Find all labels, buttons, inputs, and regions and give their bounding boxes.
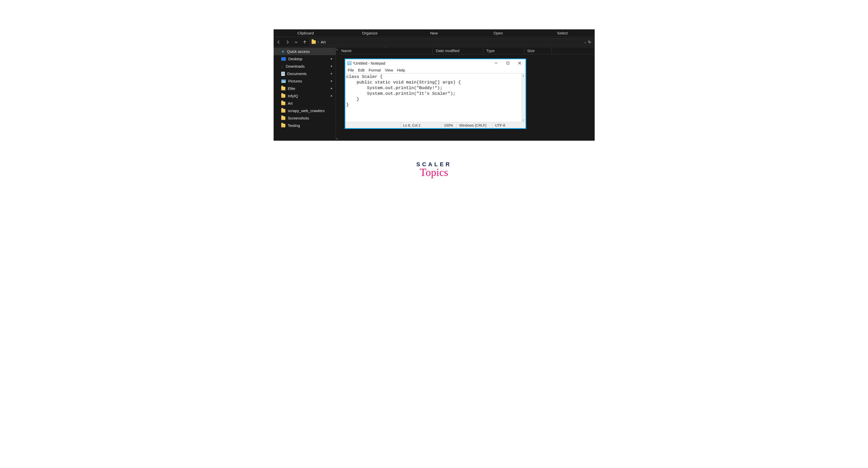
sidebar-label: Pictures xyxy=(288,79,302,83)
sidebar-item-art[interactable]: Art xyxy=(274,99,336,107)
caret-up-icon: ▴ xyxy=(523,74,524,77)
status-position: Ln 6, Col 2 xyxy=(400,122,441,128)
pin-icon: ✦ xyxy=(329,86,334,91)
sidebar-item-infyiq[interactable]: InfyIQ ✦ xyxy=(274,92,336,99)
sidebar-scrollbar[interactable]: ▴ ▾ xyxy=(336,47,338,141)
notepad-editor[interactable]: class Scaler { public static void main(S… xyxy=(345,74,521,122)
notepad-title: *Untitled - Notepad xyxy=(353,61,385,65)
menu-format[interactable]: Format xyxy=(367,68,382,72)
column-headers: Name ⌃ Date modified Type Size xyxy=(338,47,595,54)
brand-line2: Topics xyxy=(416,166,452,178)
sidebar-item-downloads[interactable]: ↓ Downloads ✦ xyxy=(274,63,336,70)
notepad-icon xyxy=(347,61,351,65)
sidebar-item-pictures[interactable]: Pictures ✦ xyxy=(274,77,336,85)
ribbon-tab-new[interactable]: New xyxy=(402,30,466,36)
notepad-scrollbar[interactable]: ▴ ▾ xyxy=(521,74,526,122)
sidebar-label: Quick access xyxy=(287,49,310,54)
pin-icon: ✦ xyxy=(329,64,334,69)
pin-icon: ✦ xyxy=(329,56,334,61)
column-size[interactable]: Size xyxy=(524,47,552,54)
column-date[interactable]: Date modified xyxy=(433,47,484,54)
content-pane: Name ⌃ Date modified Type Size *Untitled… xyxy=(338,47,595,141)
scaler-logo: SCALER Topics xyxy=(416,161,452,178)
desktop-icon xyxy=(281,57,286,61)
status-zoom: 100% xyxy=(441,122,457,128)
ribbon-tab-select[interactable]: Select xyxy=(530,30,595,36)
ribbon: Clipboard Organize New Open Select xyxy=(274,29,595,37)
menu-edit[interactable]: Edit xyxy=(356,68,366,72)
forward-button[interactable] xyxy=(284,38,291,46)
document-icon xyxy=(281,72,285,76)
column-type[interactable]: Type xyxy=(484,47,524,54)
sort-indicator-icon: ⌃ xyxy=(384,47,386,49)
sidebar-label: Downloads xyxy=(286,64,305,68)
notepad-titlebar[interactable]: *Untitled - Notepad xyxy=(345,59,526,67)
sidebar-label: Documents xyxy=(287,71,307,76)
folder-icon xyxy=(281,109,285,113)
ribbon-tab-organize[interactable]: Organize xyxy=(338,30,402,36)
caret-down-icon: ▾ xyxy=(523,119,524,121)
sidebar-item-scrapy[interactable]: scrapy_web_crawlers xyxy=(274,107,336,114)
file-explorer-window: Clipboard Organize New Open Select › Art… xyxy=(274,29,595,141)
svg-rect-1 xyxy=(506,62,509,64)
sidebar-item-elite[interactable]: Elite ✦ xyxy=(274,85,336,92)
star-icon: ★ xyxy=(281,49,285,54)
sidebar-item-desktop[interactable]: Desktop ✦ xyxy=(274,55,336,63)
sidebar-label: Screenshots xyxy=(288,116,309,120)
close-button[interactable] xyxy=(514,59,526,67)
caret-down-icon: ▾ xyxy=(336,137,338,140)
maximize-button[interactable] xyxy=(502,59,514,67)
current-path: Art xyxy=(321,40,326,44)
chevron-right-icon: › xyxy=(318,40,319,44)
sidebar-label: Art xyxy=(288,101,293,106)
menu-view[interactable]: View xyxy=(383,68,395,72)
sidebar-label: scrapy_web_crawlers xyxy=(288,109,324,113)
address-bar[interactable]: › Art ⌄ ↻ xyxy=(310,38,593,46)
ribbon-tab-open[interactable]: Open xyxy=(466,30,530,36)
folder-icon xyxy=(281,87,285,90)
back-button[interactable] xyxy=(275,38,282,46)
pictures-icon xyxy=(281,79,286,83)
status-spacer xyxy=(345,122,400,128)
pin-icon: ✦ xyxy=(329,79,334,84)
refresh-button[interactable]: ↻ xyxy=(588,40,591,45)
pin-icon: ✦ xyxy=(329,93,334,98)
column-name[interactable]: Name ⌃ xyxy=(338,47,433,54)
status-line-ending: Windows (CRLF) xyxy=(457,122,492,128)
minimize-button[interactable] xyxy=(490,59,502,67)
up-button[interactable] xyxy=(301,38,308,46)
notepad-window: *Untitled - Notepad File xyxy=(345,58,526,129)
sidebar-label: Elite xyxy=(288,86,295,91)
caret-up-icon: ▴ xyxy=(336,48,338,51)
notepad-menubar: File Edit Format View Help xyxy=(345,67,526,74)
sidebar-label: InfyIQ xyxy=(288,94,298,98)
sidebar-item-documents[interactable]: Documents ✦ xyxy=(274,70,336,77)
folder-icon xyxy=(281,116,285,120)
sidebar-label: Testing xyxy=(288,123,300,128)
sidebar: ★ Quick access Desktop ✦ ↓ Downloads ✦ D… xyxy=(274,47,336,141)
chevron-down-icon[interactable]: ⌄ xyxy=(584,40,587,44)
menu-help[interactable]: Help xyxy=(396,68,407,72)
folder-icon xyxy=(312,40,316,44)
ribbon-tab-clipboard[interactable]: Clipboard xyxy=(274,30,338,36)
pin-icon: ✦ xyxy=(329,71,334,76)
status-encoding: UTF-8 xyxy=(492,122,526,128)
sidebar-item-quick-access[interactable]: ★ Quick access xyxy=(274,48,336,55)
navbar: › Art ⌄ ↻ xyxy=(274,37,595,47)
download-icon: ↓ xyxy=(281,64,283,69)
recent-dropdown[interactable] xyxy=(292,38,300,46)
notepad-statusbar: Ln 6, Col 2 100% Windows (CRLF) UTF-8 xyxy=(345,122,526,128)
sidebar-item-screenshots[interactable]: Screenshots xyxy=(274,114,336,122)
folder-icon xyxy=(281,101,285,105)
explorer-body: ★ Quick access Desktop ✦ ↓ Downloads ✦ D… xyxy=(274,47,595,141)
sidebar-label: Desktop xyxy=(288,57,303,61)
folder-icon xyxy=(281,124,285,127)
menu-file[interactable]: File xyxy=(346,68,355,72)
folder-icon xyxy=(281,94,285,98)
sidebar-item-testing[interactable]: Testing xyxy=(274,122,336,129)
